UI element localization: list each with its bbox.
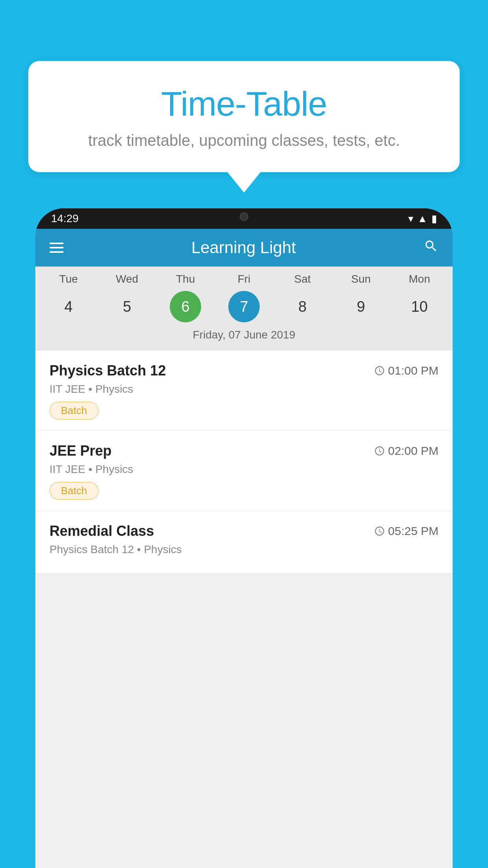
week-date[interactable]: 5 bbox=[111, 291, 143, 322]
class-item-header: Physics Batch 12 01:00 PM bbox=[50, 362, 438, 379]
class-subtitle: Physics Batch 12 • Physics bbox=[50, 543, 438, 556]
speech-bubble-wrapper: Time-Table track timetable, upcoming cla… bbox=[28, 61, 460, 193]
class-item[interactable]: Remedial Class 05:25 PM Physics Batch 12… bbox=[35, 511, 453, 574]
app-title: Learning Light bbox=[64, 238, 424, 257]
week-date[interactable]: 7 bbox=[228, 291, 260, 322]
class-list: Physics Batch 12 01:00 PM IIT JEE • Phys… bbox=[35, 351, 453, 574]
class-time: 01:00 PM bbox=[374, 364, 438, 377]
signal-icon: ▲ bbox=[417, 213, 427, 225]
class-name: Remedial Class bbox=[50, 523, 154, 539]
speech-bubble-arrow bbox=[227, 172, 261, 193]
calendar-strip: TueWedThuFriSatSunMon 45678910 Friday, 0… bbox=[35, 267, 453, 351]
phone-screen: Learning Light TueWedThuFriSatSunMon 456… bbox=[35, 229, 453, 868]
week-day-label: Tue bbox=[53, 273, 84, 285]
clock-icon bbox=[374, 445, 385, 456]
search-button[interactable] bbox=[424, 239, 438, 257]
class-time: 02:00 PM bbox=[374, 444, 438, 458]
status-time: 14:29 bbox=[51, 212, 79, 225]
class-name: Physics Batch 12 bbox=[50, 362, 166, 379]
week-day-label: Fri bbox=[228, 273, 260, 285]
class-time: 05:25 PM bbox=[374, 524, 438, 538]
class-name: JEE Prep bbox=[50, 443, 112, 459]
week-day-label: Sun bbox=[345, 273, 377, 285]
week-day-label: Thu bbox=[170, 273, 201, 285]
bubble-title: Time-Table bbox=[52, 84, 436, 124]
batch-tag: Batch bbox=[50, 482, 99, 500]
clock-icon bbox=[374, 365, 385, 376]
week-date[interactable]: 6 bbox=[170, 291, 201, 322]
week-dates: 45678910 bbox=[35, 291, 453, 322]
week-day-label: Sat bbox=[287, 273, 318, 285]
class-item-header: JEE Prep 02:00 PM bbox=[50, 443, 438, 459]
class-item[interactable]: JEE Prep 02:00 PM IIT JEE • Physics Batc… bbox=[35, 431, 453, 511]
speech-bubble: Time-Table track timetable, upcoming cla… bbox=[28, 61, 460, 172]
week-day-label: Wed bbox=[111, 273, 143, 285]
app-header: Learning Light bbox=[35, 229, 453, 267]
battery-icon: ▮ bbox=[431, 213, 437, 225]
clock-icon bbox=[374, 526, 385, 537]
menu-button[interactable] bbox=[50, 243, 64, 253]
bubble-subtitle: track timetable, upcoming classes, tests… bbox=[52, 132, 436, 149]
phone-notch bbox=[222, 208, 266, 225]
week-date[interactable]: 10 bbox=[404, 291, 435, 322]
status-bar: 14:29 ▾ ▲ ▮ bbox=[35, 208, 453, 229]
selected-date-label: Friday, 07 June 2019 bbox=[35, 322, 453, 348]
class-subtitle: IIT JEE • Physics bbox=[50, 383, 438, 395]
week-date[interactable]: 4 bbox=[53, 291, 84, 322]
week-date[interactable]: 9 bbox=[345, 291, 377, 322]
class-item-header: Remedial Class 05:25 PM bbox=[50, 523, 438, 539]
week-days-header: TueWedThuFriSatSunMon bbox=[35, 273, 453, 285]
phone-frame: 14:29 ▾ ▲ ▮ Learning Light bbox=[35, 208, 453, 868]
class-item[interactable]: Physics Batch 12 01:00 PM IIT JEE • Phys… bbox=[35, 351, 453, 431]
wifi-icon: ▾ bbox=[408, 213, 413, 225]
week-date[interactable]: 8 bbox=[287, 291, 318, 322]
front-camera bbox=[240, 212, 248, 221]
status-icons: ▾ ▲ ▮ bbox=[408, 213, 437, 225]
week-day-label: Mon bbox=[404, 273, 435, 285]
class-subtitle: IIT JEE • Physics bbox=[50, 463, 438, 476]
batch-tag: Batch bbox=[50, 402, 99, 419]
